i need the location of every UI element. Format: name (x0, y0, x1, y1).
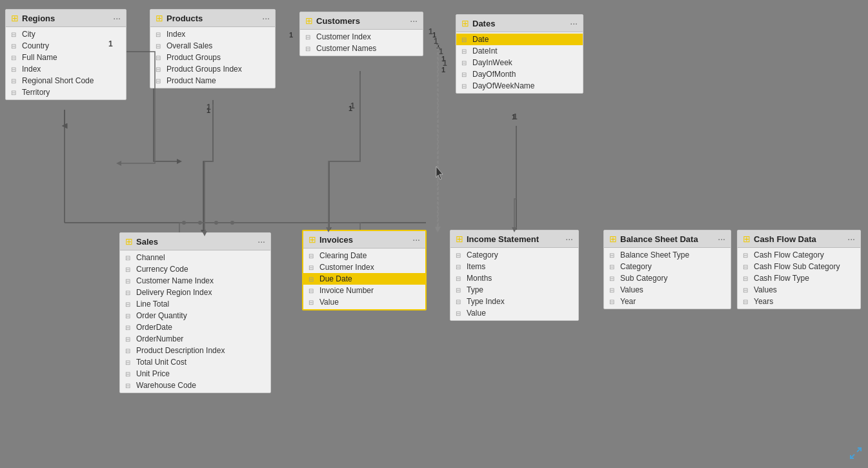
field-icon: ⊟ (308, 252, 316, 259)
table-row: ⊟Index (150, 28, 275, 40)
relation-label-products-sales: 1 (207, 107, 210, 114)
table-row: ⊟Full Name (6, 52, 126, 63)
field-icon: ⊟ (461, 48, 469, 55)
table-products-menu[interactable]: ··· (262, 13, 270, 23)
table-row: ⊟Product Groups Index (150, 63, 275, 75)
table-dates-body: ⊟Date ⊟DateInt ⊟DayInWeek ⊟DayOfMonth ⊟D… (456, 32, 583, 93)
table-income-statement-menu[interactable]: ··· (565, 234, 573, 244)
table-customers-menu[interactable]: ··· (410, 15, 418, 26)
table-regions-title: Regions (22, 14, 55, 23)
field-icon: ⊟ (743, 287, 751, 294)
table-row: ⊟Product Groups (150, 52, 275, 63)
table-sales: ⊞ Sales ··· ⊟Channel ⊟Currency Code ⊟Cus… (119, 232, 271, 393)
field-icon: ⊟ (305, 45, 313, 52)
relation-label-customers-invoices: 1 (348, 105, 352, 112)
field-icon: ⊟ (125, 336, 133, 343)
field-icon: ⊟ (609, 252, 617, 259)
field-icon: ⊟ (308, 264, 316, 271)
table-customers-title: Customers (316, 16, 360, 26)
table-row: ⊟Type Index (450, 296, 578, 307)
table-row: ⊟Sub Category (604, 272, 731, 284)
table-regions: ⊞ Regions ··· ⊟City ⊟Country ⊟Full Name … (5, 9, 126, 100)
field-icon: ⊟ (456, 310, 463, 317)
field-icon: ⊟ (308, 299, 316, 306)
table-row: ⊟Cash Flow Category (738, 249, 860, 261)
table-invoices-header: ⊞ Invoices ··· (303, 231, 425, 249)
table-invoices-menu[interactable]: ··· (412, 234, 420, 245)
field-icon: ⊟ (456, 298, 463, 305)
field-icon: ⊟ (11, 77, 19, 85)
corner-expand-icon[interactable] (849, 446, 863, 463)
table-row: ⊟City (6, 28, 126, 40)
svg-point-29 (230, 221, 234, 225)
table-row: ⊟DateInt (456, 45, 583, 57)
table-row: ⊟OrderNumber (120, 333, 270, 345)
table-row: ⊟Customer Index (303, 261, 425, 273)
table-sales-body: ⊟Channel ⊟Currency Code ⊟Customer Name I… (120, 250, 270, 392)
table-row: ⊟Index (6, 63, 126, 75)
table-row: ⊟Value (303, 296, 425, 308)
table-row: ⊟Category (604, 261, 731, 272)
table-cash-flow-title: Cash Flow Data (754, 234, 816, 244)
svg-point-27 (198, 221, 202, 225)
table-products: ⊞ Products ··· ⊟Index ⊟Overall Sales ⊟Pr… (150, 9, 276, 88)
table-row-due-date-selected: ⊟Due Date (303, 273, 425, 285)
field-icon: ⊟ (125, 289, 133, 296)
table-customers-header: ⊞ Customers ··· (300, 12, 423, 30)
field-icon: ⊟ (308, 287, 316, 294)
table-row: ⊟Type (450, 284, 578, 296)
field-icon: ⊟ (125, 324, 133, 331)
field-icon: ⊟ (125, 382, 133, 389)
table-row: ⊟Months (450, 272, 578, 284)
table-row: ⊟Territory (6, 86, 126, 98)
table-balance-sheet: ⊞ Balance Sheet Data ··· ⊟Balance Sheet … (603, 230, 731, 309)
table-sales-menu[interactable]: ··· (257, 236, 265, 247)
expand-icon-svg (849, 446, 863, 460)
table-customers: ⊞ Customers ··· ⊟Customer Index ⊟Custome… (299, 12, 423, 56)
table-balance-sheet-menu[interactable]: ··· (718, 234, 725, 244)
table-cash-flow-header: ⊞ Cash Flow Data ··· (738, 230, 860, 248)
field-icon: ⊟ (125, 359, 133, 366)
table-row: ⊟Year (604, 296, 731, 307)
relation-label-dates-1: 1 (432, 31, 436, 39)
table-row: ⊟Customer Name Index (120, 275, 270, 287)
field-icon: ⊟ (11, 43, 19, 50)
relation-label-customers: 1 (289, 31, 293, 39)
field-icon: ⊟ (156, 31, 163, 38)
field-icon: ⊟ (743, 263, 751, 270)
field-icon: ⊟ (609, 275, 617, 282)
svg-marker-7 (177, 159, 182, 164)
table-customers-body: ⊟Customer Index ⊟Customer Names (300, 30, 423, 56)
table-invoices: ⊞ Invoices ··· ⊟Clearing Date ⊟Customer … (302, 230, 427, 310)
relation-label-dates-down: 1 (512, 113, 516, 121)
grid-icon-regions: ⊞ (11, 13, 19, 23)
table-dates-menu[interactable]: ··· (570, 18, 578, 28)
table-dates-title: Dates (472, 19, 495, 28)
table-row: ⊟Order Quantity (120, 310, 270, 321)
field-icon: ⊟ (743, 275, 751, 282)
table-income-statement-title: Income Statement (467, 234, 539, 244)
table-income-statement-body: ⊟Category ⊟Items ⊟Months ⊟Type ⊟Type Ind… (450, 248, 578, 320)
table-row: ⊟Currency Code (120, 263, 270, 275)
svg-marker-23 (436, 227, 441, 232)
table-row: ⊟Cash Flow Sub Category (738, 261, 860, 272)
table-row: ⊟Country (6, 40, 126, 52)
svg-marker-11 (435, 227, 440, 232)
table-sales-header: ⊞ Sales ··· (120, 233, 270, 250)
table-row: ⊟Values (738, 284, 860, 296)
grid-icon-invoices: ⊞ (308, 234, 316, 245)
table-row: ⊟Customer Names (300, 43, 423, 54)
field-icon: ⊟ (125, 312, 133, 320)
field-icon: ⊟ (11, 31, 19, 38)
table-cash-flow-menu[interactable]: ··· (847, 234, 855, 244)
field-icon: ⊟ (456, 287, 463, 294)
svg-point-28 (214, 221, 218, 225)
svg-point-26 (182, 221, 186, 225)
table-regions-menu[interactable]: ··· (113, 13, 121, 23)
table-row: ⊟Category (450, 249, 578, 261)
field-icon: ⊟ (456, 263, 463, 270)
field-icon: ⊟ (609, 263, 617, 270)
grid-icon-balance-sheet: ⊞ (609, 234, 617, 244)
table-row: ⊟Delivery Region Index (120, 287, 270, 298)
table-products-header: ⊞ Products ··· (150, 10, 275, 27)
